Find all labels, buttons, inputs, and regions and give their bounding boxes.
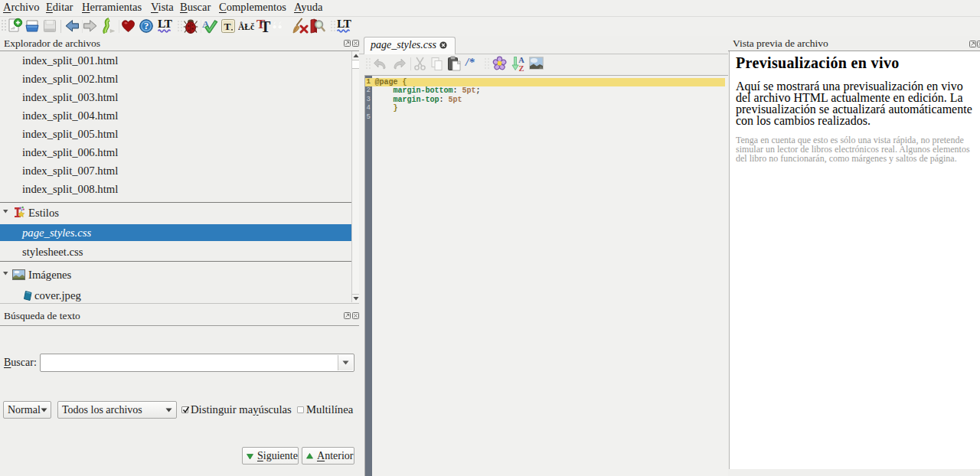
svg-text:ÅŁč: ÅŁč (238, 21, 254, 31)
svg-text:T: T (260, 18, 271, 34)
svg-text:?: ? (144, 21, 149, 31)
svg-text:T: T (224, 21, 230, 32)
svg-text:LT: LT (158, 18, 172, 30)
svg-text:LT: LT (337, 18, 351, 30)
svg-text:Z: Z (518, 64, 524, 72)
svg-text:A: A (518, 56, 524, 64)
